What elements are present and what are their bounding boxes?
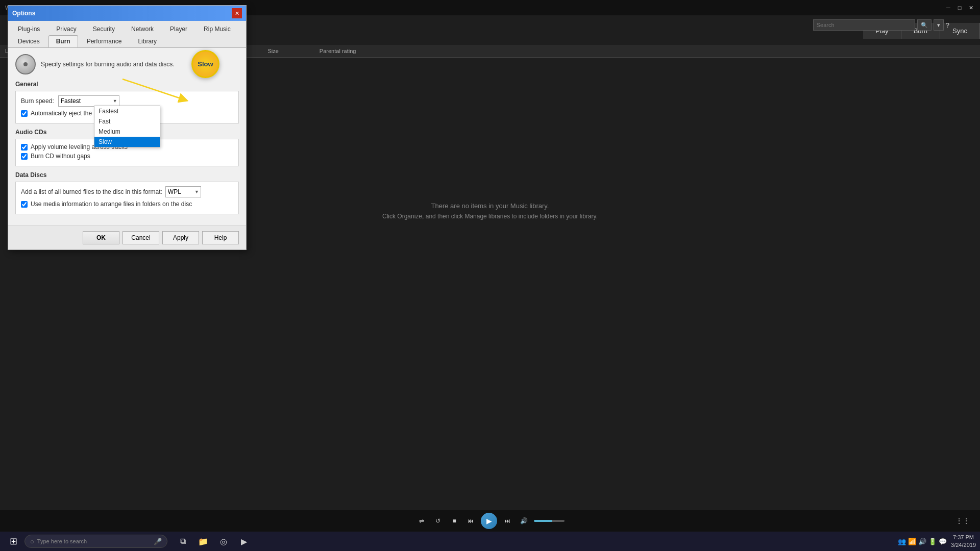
- wpl-select[interactable]: WPL: [165, 186, 201, 197]
- no-gaps-row: Burn CD without gaps: [21, 153, 233, 160]
- clock-time: 7:37 PM: [951, 534, 976, 541]
- dialog-title: Options: [12, 10, 35, 17]
- format-row: Add a list of all burned files to the di…: [21, 186, 233, 197]
- popup-option-fast[interactable]: Fast: [94, 116, 160, 127]
- annotation-arrow: [102, 74, 204, 105]
- battery-icon[interactable]: 🔋: [928, 538, 937, 545]
- stop-button[interactable]: ■: [448, 515, 460, 527]
- prev-button[interactable]: ⏮: [464, 515, 477, 527]
- tab-rip-music[interactable]: Rip Music: [196, 23, 238, 35]
- cd-icon: [15, 54, 36, 74]
- tab-strip: Plug-ins Privacy Security Network Player…: [8, 21, 246, 48]
- tab-library[interactable]: Library: [130, 35, 164, 47]
- system-tray: 👥 📶 🔊 🔋 💬: [898, 538, 947, 545]
- help-icon[interactable]: ?: [946, 21, 949, 29]
- dialog-close-button[interactable]: ✕: [232, 8, 242, 18]
- svg-line-0: [122, 79, 184, 99]
- popup-option-medium[interactable]: Medium: [94, 127, 160, 137]
- mic-icon: 🎤: [154, 538, 162, 545]
- tab-performance[interactable]: Performance: [79, 35, 130, 47]
- network-icon[interactable]: 📶: [908, 538, 916, 545]
- search-button[interactable]: 🔍: [917, 19, 932, 31]
- maximize-button[interactable]: □: [954, 3, 965, 13]
- format-label: Add a list of all burned files to the di…: [21, 188, 162, 195]
- speaker-icon[interactable]: 🔊: [918, 538, 926, 545]
- empty-message-2: Click Organize, and then click Manage li…: [382, 213, 598, 220]
- taskbar: ⊞ ○ Type here to search 🎤 ⧉ 📁 ◎ ▶ 👥 📶 🔊 …: [0, 532, 980, 551]
- taskbar-search[interactable]: ○ Type here to search 🎤: [24, 535, 167, 548]
- dialog-title-bar: Options ✕: [8, 6, 246, 21]
- volume-slider[interactable]: [534, 520, 565, 522]
- burn-speed-label: Burn speed:: [21, 97, 54, 105]
- play-button[interactable]: ▶: [481, 513, 497, 529]
- search-area: 🔍 ▾ ?: [813, 19, 949, 31]
- wpl-dropdown-wrapper: WPL ▼: [165, 186, 201, 197]
- tab-player[interactable]: Player: [162, 23, 195, 35]
- cancel-button[interactable]: Cancel: [122, 231, 159, 244]
- next-button[interactable]: ⏭: [501, 515, 513, 527]
- tab-burn[interactable]: Burn: [48, 35, 78, 47]
- col-size: Size: [267, 48, 278, 54]
- clock[interactable]: 7:37 PM 3/24/2019: [951, 534, 976, 549]
- auto-eject-checkbox[interactable]: [21, 110, 28, 117]
- shuffle-button[interactable]: ⇌: [415, 515, 428, 527]
- start-button[interactable]: ⊞: [4, 532, 22, 550]
- no-gaps-label: Burn CD without gaps: [31, 153, 90, 160]
- dialog-buttons: OK Cancel Apply Help: [8, 226, 246, 249]
- media-info-row: Use media information to arrange files i…: [21, 201, 233, 208]
- apply-button[interactable]: Apply: [162, 231, 199, 244]
- volume-button[interactable]: 🔊: [518, 515, 530, 527]
- close-button[interactable]: ✕: [966, 3, 976, 13]
- taskbar-search-text: Type here to search: [37, 538, 87, 544]
- media-info-checkbox[interactable]: [21, 201, 28, 208]
- tab-devices[interactable]: Devices: [10, 35, 47, 47]
- tab-security[interactable]: Security: [85, 23, 122, 35]
- playback-bar: ⇌ ↺ ■ ⏮ ▶ ⏭ 🔊 ⋮⋮: [0, 510, 980, 532]
- search-circle-icon: ○: [30, 538, 34, 545]
- people-icon[interactable]: 👥: [898, 538, 906, 545]
- chrome-button[interactable]: ◎: [214, 532, 233, 550]
- taskbar-pinned-icons: ⧉ 📁 ◎ ▶: [174, 532, 253, 550]
- tab-network[interactable]: Network: [124, 23, 161, 35]
- help-button[interactable]: Help: [202, 231, 239, 244]
- repeat-button[interactable]: ↺: [432, 515, 444, 527]
- task-view-button[interactable]: ⧉: [174, 532, 192, 550]
- search-dropdown[interactable]: ▾: [934, 19, 944, 31]
- data-discs-section-label: Data Discs: [15, 171, 239, 179]
- expand-button[interactable]: ⋮⋮: [955, 517, 970, 525]
- col-parental: Parental rating: [320, 48, 356, 54]
- taskbar-right: 👥 📶 🔊 🔋 💬 7:37 PM 3/24/2019: [898, 534, 976, 549]
- volume-leveling-checkbox[interactable]: [21, 144, 28, 151]
- dialog-description: Specify settings for burning audio and d…: [41, 61, 175, 68]
- ok-button[interactable]: OK: [83, 231, 119, 244]
- dialog-overlay: Options ✕ Plug-ins Privacy Security Netw…: [0, 0, 240, 327]
- tab-privacy[interactable]: Privacy: [48, 23, 84, 35]
- search-input[interactable]: [813, 19, 915, 31]
- notification-icon[interactable]: 💬: [939, 538, 947, 545]
- tab-plug-ins[interactable]: Plug-ins: [10, 23, 47, 35]
- popup-option-slow[interactable]: Slow: [94, 137, 160, 147]
- minimize-button[interactable]: ─: [943, 3, 953, 13]
- file-explorer-button[interactable]: 📁: [194, 532, 212, 550]
- empty-message-1: There are no items in your Music library…: [431, 202, 549, 210]
- media-player-button[interactable]: ▶: [235, 532, 253, 550]
- data-discs-section: Add a list of all burned files to the di…: [15, 182, 239, 214]
- clock-date: 3/24/2019: [951, 541, 976, 549]
- no-gaps-checkbox[interactable]: [21, 153, 28, 160]
- media-info-label: Use media information to arrange files i…: [31, 201, 192, 208]
- dropdown-popup: Fastest Fast Medium Slow: [94, 106, 160, 147]
- popup-option-fastest[interactable]: Fastest: [94, 106, 160, 116]
- options-dialog: Options ✕ Plug-ins Privacy Security Netw…: [8, 5, 247, 250]
- annotation-slow: Slow: [191, 50, 219, 78]
